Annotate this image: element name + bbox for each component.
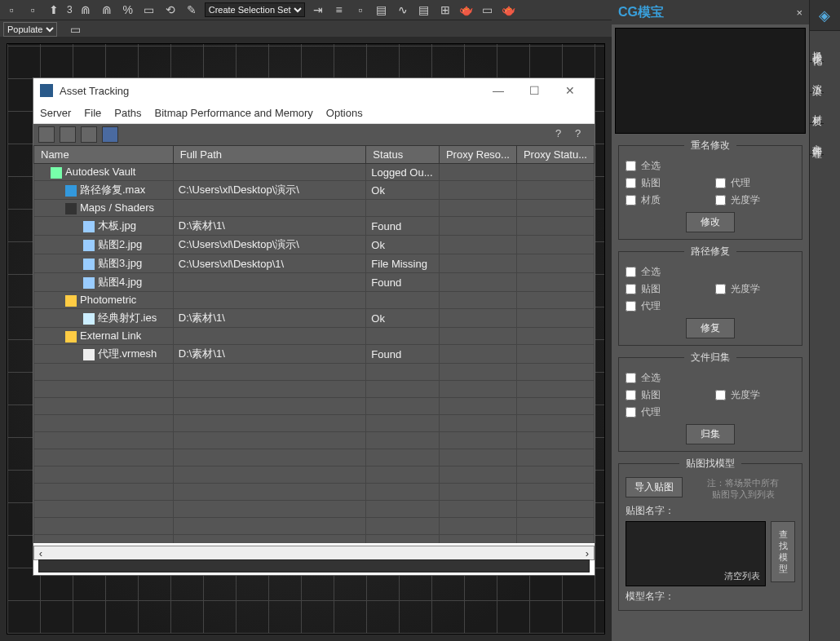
table-row[interactable]: 经典射灯.iesD:\素材\1\Ok bbox=[34, 309, 595, 328]
mirror-icon[interactable]: ⇥ bbox=[310, 2, 326, 18]
check-map[interactable]: 贴图 bbox=[626, 176, 705, 190]
check-map[interactable]: 贴图 bbox=[626, 282, 705, 296]
table-row[interactable] bbox=[34, 518, 595, 535]
check-photometric[interactable]: 光度学 bbox=[715, 388, 795, 402]
table-row[interactable] bbox=[34, 535, 595, 544]
col-path[interactable]: Full Path bbox=[173, 146, 366, 164]
curve-editor-icon[interactable]: ∿ bbox=[395, 2, 411, 18]
render-icon[interactable]: 🫖 bbox=[501, 2, 517, 18]
schematic-icon[interactable]: ▤ bbox=[416, 2, 432, 18]
table-row[interactable]: External Link bbox=[34, 328, 595, 345]
col-proxy-status[interactable]: Proxy Statu... bbox=[516, 146, 594, 164]
check-photometric[interactable]: 光度学 bbox=[715, 193, 795, 207]
panel-preview bbox=[615, 28, 806, 134]
tool-icon[interactable]: ▫ bbox=[24, 2, 41, 18]
asset-toolbar: ? ? bbox=[33, 124, 595, 145]
side-tab-logo[interactable]: ◈ bbox=[810, 0, 840, 31]
table-row[interactable] bbox=[34, 466, 595, 484]
check-proxy[interactable]: 代理 bbox=[626, 405, 705, 419]
side-tab-scene[interactable]: 场景优化 bbox=[810, 31, 824, 62]
horizontal-scrollbar[interactable]: ‹ › bbox=[33, 546, 595, 560]
snap-icon[interactable]: ⋒ bbox=[77, 2, 94, 18]
render-frame-icon[interactable]: ▭ bbox=[480, 2, 496, 18]
scroll-left-icon[interactable]: ‹ bbox=[34, 547, 47, 559]
rename-button[interactable]: 修改 bbox=[686, 212, 735, 232]
table-row[interactable]: 路径修复.maxC:\Users\xl\Desktop\演示\Ok bbox=[34, 181, 595, 200]
pathfix-button[interactable]: 修复 bbox=[686, 318, 735, 338]
find-model-button[interactable]: 查找模型 bbox=[771, 521, 795, 582]
col-name[interactable]: Name bbox=[34, 146, 174, 164]
table-row[interactable]: 贴图4.jpgFound bbox=[34, 273, 595, 292]
highlight-icon[interactable] bbox=[102, 126, 118, 143]
percent-icon[interactable]: % bbox=[120, 2, 136, 18]
list-icon[interactable] bbox=[60, 126, 76, 143]
check-all[interactable]: 全选 bbox=[626, 371, 795, 385]
side-tab-material[interactable]: 材质 bbox=[810, 93, 824, 124]
maximize-button[interactable]: ☐ bbox=[516, 79, 552, 102]
align-icon[interactable]: ≡ bbox=[331, 2, 347, 18]
selection-set-dropdown[interactable]: Create Selection Set bbox=[205, 2, 305, 17]
table-row[interactable]: Photometric bbox=[34, 292, 595, 309]
col-proxy-res[interactable]: Proxy Reso... bbox=[439, 146, 516, 164]
check-material[interactable]: 材质 bbox=[626, 193, 705, 207]
refresh-icon[interactable] bbox=[38, 126, 55, 143]
table-row[interactable]: Autodesk VaultLogged Ou... bbox=[34, 164, 595, 181]
populate-dropdown[interactable]: Populate bbox=[3, 22, 57, 37]
tool-icon[interactable]: ✎ bbox=[183, 2, 200, 18]
minimize-button[interactable]: — bbox=[480, 79, 516, 102]
table-row[interactable] bbox=[34, 364, 595, 381]
import-map-button[interactable]: 导入贴图 bbox=[626, 477, 683, 497]
menu-bitmap[interactable]: Bitmap Performance and Memory bbox=[155, 107, 313, 119]
check-map[interactable]: 贴图 bbox=[626, 388, 705, 402]
table-row[interactable]: 贴图2.jpgC:\Users\xl\Desktop\演示\Ok bbox=[34, 236, 595, 254]
table-row[interactable]: 贴图3.jpgC:\Users\xl\Desktop\1\File Missin… bbox=[34, 254, 595, 273]
side-tab-render[interactable]: 渲染 bbox=[810, 62, 824, 93]
check-all[interactable]: 全选 bbox=[626, 265, 795, 279]
check-all[interactable]: 全选 bbox=[626, 159, 795, 173]
angle-icon[interactable]: ⋒ bbox=[99, 2, 115, 18]
close-button[interactable]: ✕ bbox=[552, 79, 588, 102]
menu-paths[interactable]: Paths bbox=[114, 107, 141, 119]
help-icon[interactable]: ? bbox=[575, 127, 590, 142]
help-icon[interactable]: ? bbox=[555, 127, 570, 142]
tool-icon[interactable]: ⟲ bbox=[162, 2, 179, 18]
toolbar-number: 3 bbox=[67, 4, 73, 15]
layers-icon[interactable]: ▤ bbox=[374, 2, 390, 18]
menu-options[interactable]: Options bbox=[326, 107, 363, 119]
populate-icon[interactable]: ▭ bbox=[67, 21, 83, 38]
scroll-right-icon[interactable]: › bbox=[581, 547, 594, 559]
table-row[interactable] bbox=[34, 381, 595, 398]
menu-server[interactable]: Server bbox=[40, 107, 71, 119]
clear-list-button[interactable]: 清空列表 bbox=[724, 570, 760, 582]
panel-close-button[interactable]: × bbox=[796, 7, 802, 19]
table-row[interactable] bbox=[34, 415, 595, 432]
table-row[interactable]: 木板.jpgD:\素材\1\Found bbox=[34, 217, 595, 236]
table-row[interactable]: Maps / Shaders bbox=[34, 200, 595, 217]
tool-icon[interactable]: ▭ bbox=[141, 2, 157, 18]
table-row[interactable] bbox=[34, 398, 595, 415]
tool-icon[interactable]: ⬆ bbox=[46, 2, 62, 18]
table-row[interactable] bbox=[34, 449, 595, 466]
panel-header[interactable]: CG模宝 × bbox=[612, 0, 809, 24]
window-titlebar[interactable]: Asset Tracking — ☐ ✕ bbox=[33, 78, 595, 103]
check-photometric[interactable]: 光度学 bbox=[715, 282, 795, 296]
table-row[interactable] bbox=[34, 432, 595, 449]
table-row[interactable]: 代理.vrmeshD:\素材\1\Found bbox=[34, 345, 595, 364]
map-list[interactable]: 清空列表 bbox=[626, 521, 766, 586]
asset-table[interactable]: Name Full Path Status Proxy Reso... Prox… bbox=[33, 145, 595, 543]
collect-button[interactable]: 归集 bbox=[686, 424, 735, 444]
side-tab-file[interactable]: 文件管理 bbox=[810, 124, 824, 155]
table-row[interactable] bbox=[34, 501, 595, 518]
material-editor-icon[interactable]: ⊞ bbox=[437, 2, 453, 18]
tool-icon[interactable]: ▫ bbox=[352, 2, 369, 18]
modelname-label: 模型名字： bbox=[626, 590, 795, 603]
table-row[interactable] bbox=[34, 484, 595, 501]
check-proxy[interactable]: 代理 bbox=[715, 176, 795, 190]
status-bar bbox=[38, 559, 590, 572]
col-status[interactable]: Status bbox=[366, 146, 440, 164]
menu-file[interactable]: File bbox=[84, 107, 101, 119]
render-setup-icon[interactable]: 🫖 bbox=[458, 2, 475, 18]
check-proxy[interactable]: 代理 bbox=[626, 299, 705, 313]
tool-icon[interactable]: ▫ bbox=[3, 2, 20, 18]
tree-icon[interactable] bbox=[81, 126, 97, 143]
